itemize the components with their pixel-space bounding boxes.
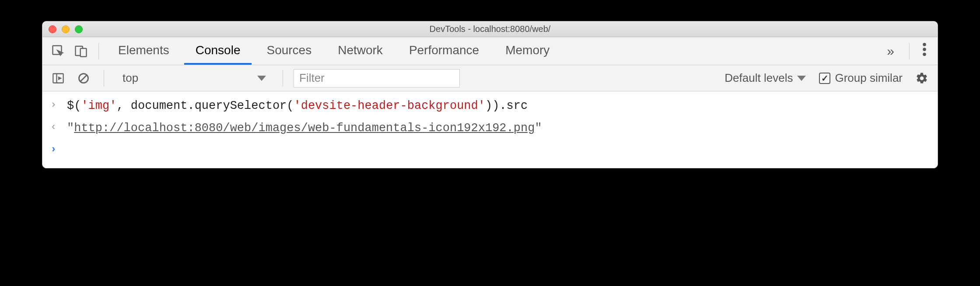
tab-sources[interactable]: Sources bbox=[255, 37, 323, 65]
window-title: DevTools - localhost:8080/web/ bbox=[42, 24, 938, 34]
console-input-code[interactable]: $('img', document.querySelector('devsite… bbox=[67, 98, 528, 115]
output-chevron-icon: ‹ bbox=[50, 120, 61, 135]
input-chevron-icon: › bbox=[50, 98, 61, 113]
console-output-row: ‹ "http://localhost:8080/web/images/web-… bbox=[42, 117, 938, 140]
console-body: › $('img', document.querySelector('devsi… bbox=[42, 91, 938, 168]
execution-context-label: top bbox=[122, 71, 138, 85]
show-console-sidebar-icon[interactable] bbox=[49, 69, 68, 88]
console-output-value: "http://localhost:8080/web/images/web-fu… bbox=[67, 120, 542, 137]
overflow-menu-icon[interactable] bbox=[917, 43, 931, 59]
window-maximize-button[interactable] bbox=[75, 25, 83, 33]
group-similar-label: Group similar bbox=[835, 71, 903, 85]
inspect-element-icon[interactable] bbox=[49, 42, 68, 61]
tab-elements[interactable]: Elements bbox=[107, 37, 181, 65]
console-filter-input[interactable] bbox=[294, 69, 460, 87]
svg-line-9 bbox=[80, 75, 87, 81]
window-close-button[interactable] bbox=[49, 25, 56, 33]
divider bbox=[909, 43, 910, 59]
traffic-lights bbox=[42, 25, 83, 33]
tab-console[interactable]: Console bbox=[184, 37, 252, 65]
tab-network[interactable]: Network bbox=[326, 37, 394, 65]
console-prompt-row[interactable]: › bbox=[42, 140, 938, 160]
log-levels-select[interactable]: Default levels bbox=[721, 71, 809, 85]
tab-performance[interactable]: Performance bbox=[398, 37, 490, 65]
more-tabs-icon[interactable]: » bbox=[880, 44, 901, 59]
log-levels-label: Default levels bbox=[724, 71, 793, 85]
clear-console-icon[interactable] bbox=[74, 69, 93, 88]
svg-point-5 bbox=[923, 53, 926, 56]
prompt-chevron-icon: › bbox=[50, 142, 61, 157]
checkbox-checked-icon: ✓ bbox=[819, 73, 830, 84]
tab-memory[interactable]: Memory bbox=[494, 37, 561, 65]
output-url-link[interactable]: http://localhost:8080/web/images/web-fun… bbox=[74, 122, 535, 135]
device-toolbar-icon[interactable] bbox=[71, 42, 91, 61]
execution-context-select[interactable]: top bbox=[115, 69, 272, 87]
devtools-tabbar: Elements Console Sources Network Perform… bbox=[42, 37, 938, 65]
console-toolbar: top Default levels ✓ Group similar bbox=[42, 65, 938, 91]
console-input-row: › $('img', document.querySelector('devsi… bbox=[42, 95, 938, 117]
divider bbox=[283, 70, 283, 87]
window-titlebar: DevTools - localhost:8080/web/ bbox=[42, 21, 938, 37]
divider bbox=[104, 70, 104, 87]
console-settings-icon[interactable] bbox=[912, 69, 931, 88]
svg-point-3 bbox=[923, 43, 926, 46]
group-similar-toggle[interactable]: ✓ Group similar bbox=[816, 71, 906, 85]
devtools-window: DevTools - localhost:8080/web/ Elements … bbox=[42, 21, 938, 168]
chevron-down-icon bbox=[797, 76, 806, 81]
svg-point-4 bbox=[923, 48, 926, 51]
chevron-down-icon bbox=[257, 76, 266, 81]
window-minimize-button[interactable] bbox=[62, 25, 70, 33]
svg-rect-2 bbox=[80, 48, 87, 56]
divider bbox=[98, 43, 99, 59]
